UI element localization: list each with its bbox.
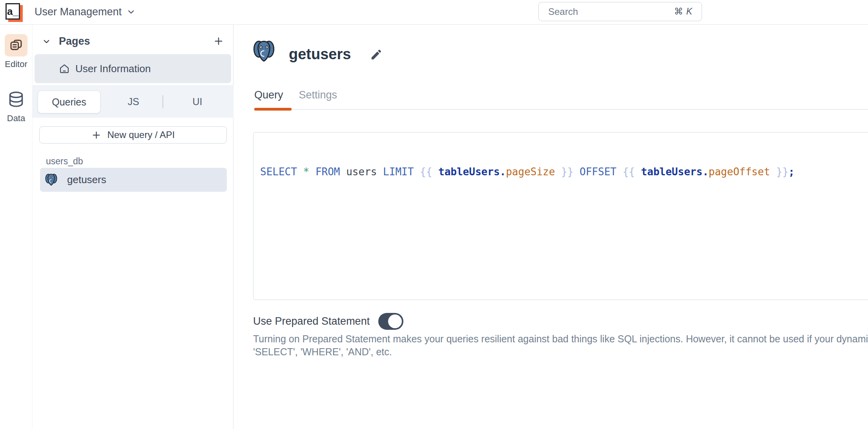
add-page-icon[interactable] xyxy=(213,36,224,47)
editor-tile xyxy=(5,34,27,56)
query-item-label: getusers xyxy=(67,174,106,186)
search-input[interactable]: Search ⌘ K xyxy=(538,2,702,21)
datasource-group-label: users_db xyxy=(46,156,83,167)
prepared-statement-toggle[interactable] xyxy=(378,313,403,330)
app-window: a_ User Management Search ⌘ K xyxy=(0,0,868,429)
search-shortcut: ⌘ K xyxy=(674,6,692,17)
prepared-statement-description: Turning on Prepared Statement makes your… xyxy=(253,333,868,358)
active-tab-indicator xyxy=(254,108,292,111)
tab-ui-label: UI xyxy=(193,96,202,107)
tab-separator xyxy=(162,95,163,108)
tab-query[interactable]: Query xyxy=(254,88,283,102)
query-item-getusers[interactable]: getusers xyxy=(40,168,227,192)
query-title: getusers xyxy=(289,45,351,63)
logo-icon: a_ xyxy=(5,3,20,20)
main-content: getusers Query Settings SELECT * FROM us… xyxy=(234,24,868,429)
app-title-dropdown[interactable]: User Management xyxy=(35,0,136,24)
home-icon xyxy=(59,63,70,74)
rail-item-data[interactable]: Data xyxy=(0,69,32,124)
pencil-icon xyxy=(370,49,382,61)
sql-code-line: SELECT * FROM users LIMIT {{ tableUsers.… xyxy=(260,165,868,178)
rail-label-data: Data xyxy=(7,113,25,124)
pages-stack-icon xyxy=(9,38,23,53)
sql-editor[interactable]: SELECT * FROM users LIMIT {{ tableUsers.… xyxy=(253,132,868,300)
new-query-label: New query / API xyxy=(107,129,175,140)
rename-query-button[interactable] xyxy=(368,47,384,63)
search-placeholder: Search xyxy=(548,6,674,17)
query-tabs: Query Settings xyxy=(254,88,337,102)
plus-icon xyxy=(91,130,102,140)
prepared-statement-row: Use Prepared Statement xyxy=(253,313,403,330)
tab-js[interactable]: JS xyxy=(110,86,157,118)
toggle-knob xyxy=(388,314,402,328)
pages-header: Pages xyxy=(33,30,233,53)
app-title-text: User Management xyxy=(35,6,122,18)
explorer-panel: Pages User Information Queries JS UI xyxy=(33,24,233,429)
top-bar: a_ User Management Search ⌘ K xyxy=(0,0,868,25)
postgresql-icon xyxy=(45,173,57,186)
tab-ui[interactable]: UI xyxy=(170,86,225,118)
app-logo[interactable]: a_ xyxy=(5,3,24,22)
page-label: User Information xyxy=(75,63,151,75)
tabs-divider xyxy=(254,109,868,110)
pages-title: Pages xyxy=(59,35,90,47)
tab-queries[interactable]: Queries xyxy=(38,91,100,113)
command-key-icon: ⌘ xyxy=(674,6,683,17)
database-icon xyxy=(7,91,25,109)
tab-settings[interactable]: Settings xyxy=(299,88,337,102)
description-line-1: Turning on Prepared Statement makes your… xyxy=(253,333,868,345)
data-tile xyxy=(5,88,27,111)
chevron-down-icon xyxy=(126,7,136,16)
explorer-tabs: Queries JS UI xyxy=(33,86,233,118)
tab-queries-label: Queries xyxy=(52,96,86,108)
new-query-button[interactable]: New query / API xyxy=(39,126,227,144)
sidebar-item-user-information[interactable]: User Information xyxy=(35,54,231,83)
prepared-statement-label: Use Prepared Statement xyxy=(253,315,370,327)
description-line-2: 'SELECT', 'WHERE', 'AND', etc. xyxy=(253,345,868,358)
rail-label-editor: Editor xyxy=(5,59,27,69)
left-rail: Editor Data xyxy=(0,24,33,429)
tab-js-label: JS xyxy=(128,96,139,107)
shortcut-key-label: K xyxy=(686,6,692,17)
pages-collapse-chevron-icon[interactable] xyxy=(42,37,51,46)
postgresql-icon xyxy=(253,40,275,63)
rail-item-editor[interactable]: Editor xyxy=(0,24,32,69)
